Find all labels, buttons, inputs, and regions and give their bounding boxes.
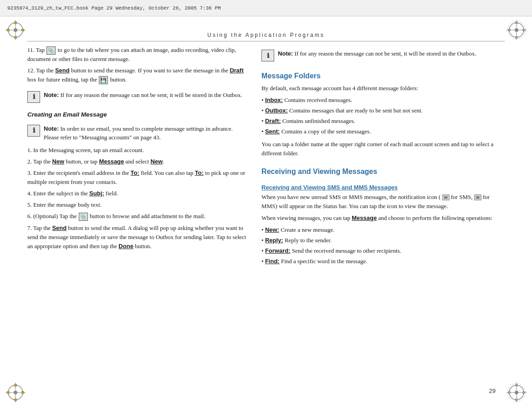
note-text-right: Note: If for any reason the message can … [278, 49, 500, 58]
svg-point-6 [7, 29, 10, 31]
folder-inbox: • Inbox: Contains received messages. [261, 96, 500, 105]
right-column: ℹ Note: If for any reason the message ca… [261, 46, 500, 381]
note-text-2: Note: In order to use email, you need to… [44, 124, 247, 142]
folder-sent: • Sent: Contains a copy of the sent mess… [261, 127, 500, 136]
sent-term: Sent: [265, 128, 280, 135]
subj-term: Subj: [89, 190, 104, 197]
corner-mark-bl [5, 382, 26, 403]
draft-term: Draft [230, 67, 243, 74]
note-icon-right: ℹ [261, 50, 274, 61]
op-reply: • Reply: Reply to the sender. [261, 236, 500, 245]
note-box-right: ℹ Note: If for any reason the message ca… [261, 49, 500, 61]
sms-icon: ✉ [442, 194, 450, 200]
attach-icon-2: 📎 [79, 213, 88, 221]
sms-intro: When you have new unread SMS or MMS mess… [261, 193, 500, 211]
op-find: • Find: Find a specific word in the mess… [261, 257, 500, 266]
note-bold-2: Note: [44, 125, 59, 132]
svg-point-4 [14, 21, 17, 24]
email-step-6: 6. (Optional) Tap the 📎 button to browse… [27, 212, 247, 221]
inbox-term: Inbox: [265, 97, 283, 103]
new-term: New [52, 158, 64, 165]
note-box-1: ℹ Note: If for any reason the message ca… [27, 91, 247, 103]
message-term: Message [99, 158, 124, 165]
note-bold-1: Note: [44, 92, 59, 98]
send-term-2: Send [52, 224, 66, 231]
folder-draft: • Draft: Contains unfinished messages. [261, 117, 500, 126]
email-step-3: 3. Enter the recipient's email address i… [27, 168, 247, 187]
sms-viewing: When viewing messages, you can tap Messa… [261, 214, 500, 223]
email-step-7: 7. Tap the Send button to send the email… [27, 224, 247, 251]
reply-op-term: Reply: [265, 237, 283, 244]
receiving-viewing-heading: Receiving and Viewing Messages [261, 167, 500, 177]
to-term2: To: [195, 169, 204, 176]
email-step-2: 2. Tap the New button, or tap Message an… [27, 157, 247, 166]
header-rule [27, 41, 505, 41]
item-11: 11. Tap 📎 to go to the tab where you can… [27, 46, 247, 64]
page-number: 29 [489, 388, 496, 394]
note-box-2: ℹ Note: In order to use email, you need … [27, 124, 247, 142]
left-column: 11. Tap 📎 to go to the tab where you can… [27, 46, 247, 381]
folders-note: You can tap a folder name at the upper r… [261, 140, 500, 158]
note-bold-right: Note: [278, 50, 293, 57]
folders-intro: By default, each message account has 4 d… [261, 84, 500, 93]
attach-icon: 📎 [46, 46, 56, 55]
to-term: To: [131, 169, 139, 176]
page-title: Using the Application Programs [0, 32, 532, 38]
svg-point-24 [21, 391, 24, 394]
create-email-heading: Creating an Email Message [27, 111, 247, 118]
new-term2: New [150, 158, 163, 165]
content-area: 11. Tap 📎 to go to the tab where you can… [27, 46, 505, 381]
op-forward: • Forward: Send the received message to … [261, 246, 500, 255]
note-text-1: Note: If for any reason the message can … [44, 91, 247, 100]
file-info-bar: 9235874_3129_zh_tw_FCC.book Page 29 Wedn… [0, 0, 532, 16]
svg-point-22 [14, 398, 17, 401]
email-step-5: 5. Enter the message body text. [27, 200, 247, 209]
outbox-term: Outbox: [265, 107, 288, 114]
corner-mark-br [506, 382, 527, 403]
item-12: 12. Tap the Send button to send the mess… [27, 66, 247, 84]
done-term: Done [118, 243, 133, 250]
message-term-r: Message [352, 214, 377, 221]
new-op-term: New: [265, 226, 279, 233]
email-step-1: 1. In the Messaging screen, tap an email… [27, 146, 247, 155]
message-folders-heading: Message Folders [261, 71, 500, 81]
note-icon-1: ℹ [27, 91, 40, 103]
send-term: Send [55, 67, 70, 74]
draft-term-r: Draft: [265, 117, 281, 124]
note-icon-2: ℹ [27, 125, 40, 137]
save-draft-icon: 💾 [99, 76, 108, 84]
file-info-text: 9235874_3129_zh_tw_FCC.book Page 29 Wedn… [7, 5, 221, 11]
op-new: • New: Create a new message. [261, 225, 500, 235]
email-step-4: 4. Enter the subject in the Subj: field. [27, 189, 247, 198]
folder-outbox: • Outbox: Contains messages that are rea… [261, 106, 500, 115]
svg-point-7 [21, 29, 24, 31]
mms-icon: ✉ [474, 194, 481, 200]
svg-point-23 [7, 391, 10, 394]
svg-point-21 [14, 384, 17, 387]
forward-op-term: Forward: [265, 247, 291, 254]
find-op-term: Find: [265, 258, 280, 265]
receiving-sms-subheading: Receiving and Viewing SMS and MMS Messag… [261, 184, 500, 191]
